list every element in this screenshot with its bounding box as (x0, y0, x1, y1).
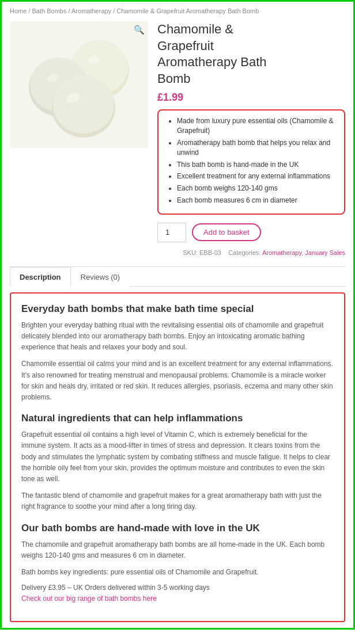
content-section-1: Everyday bath bombs that make bath time … (21, 303, 334, 403)
section-3-para-2: Bath bombs key ingredients: pure essenti… (21, 567, 334, 578)
bath-bombs-svg (16, 24, 142, 145)
breadcrumb-current: Chamomile & Grapefruit Aromatherapy Bath… (116, 7, 259, 14)
section-3-heading: Our bath bombs are hand-made with love i… (21, 522, 334, 535)
breadcrumb-home[interactable]: Home (10, 7, 27, 14)
section-2-heading: Natural ingredients that can help inflam… (21, 412, 334, 425)
feature-item: Made from luxury pure essential oils (Ch… (177, 116, 336, 136)
features-box: Made from luxury pure essential oils (Ch… (157, 109, 345, 214)
content-section-2: Natural ingredients that can help inflam… (21, 412, 334, 512)
feature-item: Each bomb weighs 120-140 gms (177, 184, 336, 193)
feature-item: Excellent treatment for any external inf… (177, 172, 336, 181)
breadcrumb: Home / Bath Bombs / Aromatherapy / Chamo… (10, 7, 345, 14)
breadcrumb-bath-bombs[interactable]: Bath Bombs (32, 7, 67, 14)
sku-label: SKU: (183, 249, 198, 256)
tab-reviews[interactable]: Reviews (0) (71, 267, 130, 287)
category-january-sales[interactable]: January Sales (305, 249, 345, 256)
product-section: 🔍 Chamomile & Grapefruit Aromatherapy Ba… (10, 21, 345, 256)
tab-content-description: Everyday bath bombs that make bath time … (10, 292, 345, 622)
tab-description[interactable]: Description (10, 267, 71, 287)
section-1-heading: Everyday bath bombs that make bath time … (21, 303, 334, 315)
svg-point-5 (53, 76, 114, 134)
product-details-col: Chamomile & Grapefruit Aromatherapy Bath… (157, 21, 345, 256)
feature-item: Aromatherapy bath bomb that helps you re… (177, 138, 336, 158)
quantity-input[interactable] (157, 223, 186, 242)
feature-item: Each bomb measures 6 cm in diameter (177, 196, 336, 205)
zoom-icon[interactable]: 🔍 (134, 25, 145, 35)
section-2-para-2: The fantastic blend of chamomile and gra… (21, 490, 334, 512)
add-to-basket-button[interactable]: Add to basket (192, 223, 261, 241)
product-image (10, 21, 148, 148)
delivery-text: Delivery £3.95 – UK Orders delivered wit… (21, 584, 334, 592)
section-3-para-1: The chamomile and grapefruit aromatherap… (21, 539, 334, 561)
content-section-3: Our bath bombs are hand-made with love i… (21, 522, 334, 603)
section-2-para-1: Grapefruit essential oil contains a high… (21, 429, 334, 485)
cta-link[interactable]: Check out our big range of bath bombs he… (21, 595, 157, 603)
sku-categories-row: SKU: EBB-03 Categories: Aromatherapy, Ja… (157, 249, 345, 256)
product-price: £1.99 (157, 92, 345, 104)
tabs-section: Description Reviews (0) Everyday bath bo… (10, 266, 345, 622)
feature-item: This bath bomb is hand-made in the UK (177, 160, 336, 170)
add-to-basket-row: Add to basket (157, 223, 345, 242)
category-aromatherapy[interactable]: Aromatherapy (262, 249, 301, 256)
categories-label: Categories: (228, 249, 260, 256)
section-1-para-2: Chamomile essential oil calms your mind … (21, 359, 334, 403)
features-list: Made from luxury pure essential oils (Ch… (167, 116, 336, 205)
product-title: Chamomile & Grapefruit Aromatherapy Bath… (157, 21, 345, 87)
sku-value: EBB-03 (199, 249, 221, 256)
breadcrumb-aromatherapy[interactable]: Aromatherapy (71, 7, 111, 14)
tabs-header: Description Reviews (0) (10, 267, 345, 287)
product-image-col: 🔍 (10, 21, 148, 256)
section-1-para-1: Brighten your everyday bathing ritual wi… (21, 320, 334, 353)
